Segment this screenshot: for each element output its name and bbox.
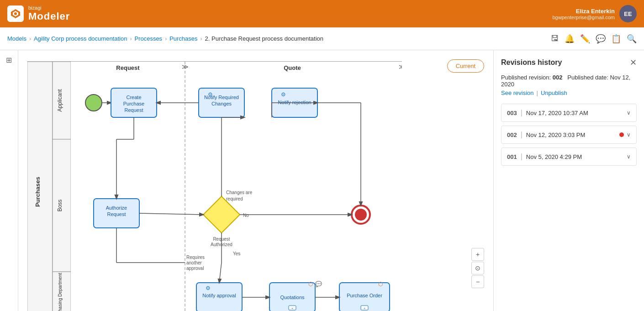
breadcrumb-models[interactable]: Models bbox=[7, 35, 26, 42]
breadcrumb-actions: 🖫 🔔 ✏️ 💬 📋 🔍 bbox=[551, 34, 637, 44]
rev-number: 002 bbox=[507, 132, 517, 138]
breadcrumb-sep-1: › bbox=[29, 36, 31, 42]
svg-text:Request: Request bbox=[125, 107, 143, 113]
published-label: Published revision: bbox=[501, 74, 551, 81]
chevron-down-icon: ∨ bbox=[627, 110, 631, 116]
revision-item-left: 003 | Nov 17, 2020 10:37 AM bbox=[507, 109, 588, 117]
svg-text:approval: approval bbox=[186, 266, 204, 271]
unpublish-link[interactable]: Unpublish bbox=[541, 90, 567, 96]
published-date-label: Published date: bbox=[567, 74, 608, 81]
svg-text:Request: Request bbox=[107, 211, 126, 217]
see-revision-link[interactable]: See revision bbox=[501, 90, 534, 96]
svg-point-42 bbox=[355, 209, 367, 221]
zoom-in-button[interactable]: + bbox=[471, 248, 484, 261]
published-revision-line: Published revision: 002 Published date: … bbox=[501, 74, 637, 88]
svg-text:Notify approval: Notify approval bbox=[202, 293, 236, 298]
header-right: Eliza Enterkin bgwpenterprise@gmail.com … bbox=[552, 5, 637, 22]
revision-item[interactable]: 001 | Nov 5, 2020 4:29 PM ∨ bbox=[501, 148, 637, 166]
search-icon[interactable]: 🔍 bbox=[627, 34, 637, 44]
svg-text:Yes: Yes bbox=[233, 251, 240, 256]
svg-text:+: + bbox=[364, 306, 366, 311]
current-button[interactable]: Current bbox=[447, 59, 484, 73]
notification-icon[interactable]: 🔔 bbox=[565, 34, 575, 44]
revision-list: 003 | Nov 17, 2020 10:37 AM ∨ 002 | Nov … bbox=[501, 104, 637, 166]
rev-number: 003 bbox=[507, 110, 517, 116]
rev-date: Nov 17, 2020 10:37 AM bbox=[526, 110, 588, 116]
rev-date: Nov 5, 2020 4:29 PM bbox=[526, 153, 582, 160]
breadcrumb-processes[interactable]: Processes bbox=[134, 35, 162, 42]
revision-item[interactable]: 002 | Nov 12, 2020 3:03 PM ∨ bbox=[501, 126, 637, 144]
svg-text:Purchase: Purchase bbox=[123, 101, 144, 106]
revision-item-left: 001 | Nov 5, 2020 4:29 PM bbox=[507, 153, 582, 161]
svg-text:≫: ≫ bbox=[182, 63, 189, 70]
zoom-out-button[interactable]: − bbox=[471, 275, 484, 288]
comment-icon[interactable]: 💬 bbox=[596, 34, 606, 44]
svg-text:Purchase Order: Purchase Order bbox=[347, 293, 382, 298]
rev-sep: | bbox=[521, 131, 523, 139]
rev-date: Nov 12, 2020 3:03 PM bbox=[526, 132, 585, 138]
chevron-down-icon: ∨ bbox=[627, 153, 631, 160]
svg-text:Applicant: Applicant bbox=[57, 89, 63, 112]
revision-item-right: ∨ bbox=[627, 153, 631, 160]
svg-text:Purchasing Department: Purchasing Department bbox=[58, 273, 63, 311]
breadcrumb: Models › Agility Corp process documentat… bbox=[7, 35, 323, 42]
chevron-down-icon: ∨ bbox=[627, 132, 631, 138]
svg-text:≫: ≫ bbox=[399, 63, 402, 70]
rev-sep: | bbox=[521, 109, 523, 117]
revision-panel: Revisions history ✕ Published revision: … bbox=[493, 50, 644, 311]
published-info: Published revision: 002 Published date: … bbox=[501, 74, 637, 96]
revision-panel-title: Revisions history bbox=[501, 58, 562, 67]
header-left: bizagi Modeler bbox=[7, 5, 70, 22]
bpmn-diagram: Purchases Applicant Boss Purchasing Depa… bbox=[27, 59, 402, 311]
published-number: 002 bbox=[553, 74, 563, 81]
active-dot bbox=[619, 132, 624, 137]
svg-text:Request: Request bbox=[116, 64, 140, 71]
revision-item-left: 002 | Nov 12, 2020 3:03 PM bbox=[507, 131, 585, 139]
user-info: Eliza Enterkin bgwpenterprise@gmail.com bbox=[552, 8, 615, 20]
rev-sep: | bbox=[521, 153, 523, 161]
breadcrumb-sep-4: › bbox=[201, 36, 202, 42]
export-icon[interactable]: 📋 bbox=[611, 34, 621, 44]
main-layout: ⊞ Current Purchases Applicant bbox=[0, 50, 644, 311]
revision-item-right: ∨ bbox=[627, 110, 631, 116]
app-logo[interactable] bbox=[7, 5, 24, 22]
svg-text:⬡: ⬡ bbox=[308, 281, 313, 287]
breadcrumb-bar: Models › Agility Corp process documentat… bbox=[0, 27, 644, 50]
breadcrumb-current: 2. Purchase Request process documentatio… bbox=[205, 35, 323, 42]
svg-text:another: another bbox=[186, 260, 202, 265]
user-name: Eliza Enterkin bbox=[552, 8, 615, 15]
brand-text: bizagi Modeler bbox=[28, 5, 70, 22]
svg-text:Purchases: Purchases bbox=[34, 177, 41, 207]
zoom-reset-icon: ⊙ bbox=[475, 264, 480, 272]
svg-point-2 bbox=[14, 12, 17, 15]
svg-text:⚙: ⚙ bbox=[281, 91, 286, 98]
breadcrumb-purchases[interactable]: Purchases bbox=[169, 35, 197, 42]
svg-text:Boss: Boss bbox=[57, 200, 63, 212]
breadcrumb-sep-2: › bbox=[130, 36, 132, 42]
svg-text:Changes: Changes bbox=[211, 101, 232, 106]
zoom-controls: + ⊙ − bbox=[471, 248, 484, 288]
zoom-reset-button[interactable]: ⊙ bbox=[471, 262, 484, 274]
edit-icon[interactable]: ✏️ bbox=[580, 34, 590, 44]
svg-text:💬: 💬 bbox=[315, 280, 322, 287]
rev-number: 001 bbox=[507, 153, 517, 160]
left-toolbar: ⊞ bbox=[0, 50, 18, 311]
save-icon[interactable]: 🖫 bbox=[551, 34, 559, 43]
svg-text:Quote: Quote bbox=[284, 64, 301, 71]
svg-text:Create: Create bbox=[126, 95, 141, 100]
svg-point-21 bbox=[85, 95, 102, 111]
pub-links-sep: | bbox=[537, 90, 538, 96]
svg-text:+: + bbox=[291, 306, 294, 311]
svg-text:Notify Required: Notify Required bbox=[204, 95, 239, 100]
avatar[interactable]: EE bbox=[619, 5, 637, 22]
svg-text:Quotations: Quotations bbox=[280, 295, 305, 300]
close-panel-button[interactable]: ✕ bbox=[630, 58, 637, 68]
grid-icon[interactable]: ⊞ bbox=[4, 54, 14, 66]
pub-links: See revision | Unpublish bbox=[501, 90, 637, 96]
canvas-area: Current Purchases Applicant Boss bbox=[18, 50, 493, 311]
breadcrumb-agility[interactable]: Agility Corp process documentation bbox=[34, 35, 127, 42]
svg-text:Notify rejection: Notify rejection bbox=[278, 100, 311, 105]
app-header: bizagi Modeler Eliza Enterkin bgwpenterp… bbox=[0, 0, 644, 27]
svg-text:No: No bbox=[243, 213, 249, 218]
revision-item[interactable]: 003 | Nov 17, 2020 10:37 AM ∨ bbox=[501, 104, 637, 122]
